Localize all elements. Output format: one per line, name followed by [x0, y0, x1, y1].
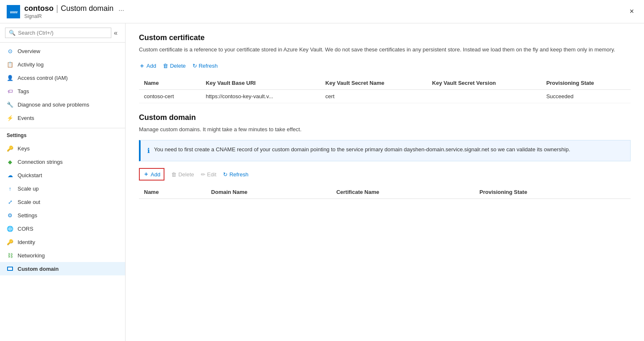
title-bar-left: www contoso | Custom domain ... SignalR [7, 4, 124, 19]
sidebar-item-label: Activity log [18, 61, 44, 68]
sidebar-item-activity-log[interactable]: 📋 Activity log [0, 58, 125, 71]
domain-refresh-button[interactable]: ↻ Refresh [223, 170, 249, 179]
cert-col-name: Name [139, 76, 201, 90]
domain-info-text: You need to first create a CNAME record … [154, 145, 570, 154]
sidebar-item-scale-out[interactable]: ⤢ Scale out [0, 195, 125, 209]
domain-toolbar: ＋ Add 🗑 Delete ✏ Edit ↻ Refresh [139, 168, 631, 181]
page-title: Custom domain [61, 4, 113, 13]
sidebar-item-label: Access control (IAM) [18, 75, 68, 81]
diagnose-icon: 🔧 [7, 101, 13, 108]
cert-add-button[interactable]: ＋ Add [139, 61, 156, 71]
domain-delete-button[interactable]: 🗑 Delete [171, 170, 194, 179]
quickstart-icon: ☁ [7, 172, 13, 178]
sidebar-item-quickstart[interactable]: ☁ Quickstart [0, 168, 125, 182]
sidebar-item-label: Settings [18, 212, 37, 219]
sidebar-item-label: Overview [18, 48, 40, 54]
sidebar-item-label: Connection strings [18, 159, 63, 165]
app-body: 🔍 « ⊙ Overview 📋 Activity log 👤 Access c… [0, 23, 644, 341]
sidebar-item-identity[interactable]: 🔑 Identity [0, 235, 125, 249]
domain-section-desc: Manage custom domains. It might take a f… [139, 125, 631, 134]
settings-section-header: Settings [0, 128, 125, 140]
cert-col-secret-name: Key Vault Secret Name [321, 76, 427, 90]
sidebar-item-label: Scale out [18, 199, 40, 205]
sidebar-nav: ⊙ Overview 📋 Activity log 👤 Access contr… [0, 43, 125, 126]
cert-row-uri: https://contoso-key-vault.v... [201, 89, 321, 103]
cert-toolbar: ＋ Add 🗑 Delete ↻ Refresh [139, 61, 631, 71]
domain-edit-label: Edit [207, 171, 216, 178]
activity-log-icon: 📋 [7, 61, 13, 68]
sidebar-item-label: Diagnose and solve problems [18, 102, 89, 108]
cert-refresh-button[interactable]: ↻ Refresh [192, 61, 218, 71]
delete-icon: 🗑 [163, 63, 168, 69]
cert-row-state: Succeeded [541, 89, 631, 103]
sidebar-item-tags[interactable]: 🏷 Tags [0, 84, 125, 98]
resource-name: contoso [24, 4, 54, 13]
domain-section: Custom domain Manage custom domains. It … [139, 113, 631, 199]
resource-icon: www [7, 5, 20, 18]
cert-delete-label: Delete [170, 63, 186, 69]
plus-icon: ＋ [143, 170, 149, 178]
domain-col-cert-name: Certificate Name [331, 186, 475, 199]
sidebar-item-label: CORS [18, 226, 33, 232]
sidebar-item-custom-domain[interactable]: Custom domain [0, 262, 125, 275]
sidebar-item-label: Events [18, 115, 34, 121]
edit-icon: ✏ [201, 171, 205, 178]
domain-refresh-label: Refresh [229, 171, 249, 178]
title-ellipsis: ... [118, 5, 124, 13]
domain-add-label: Add [151, 171, 160, 178]
search-input[interactable] [18, 30, 108, 36]
cert-row-name: contoso-cert [139, 89, 201, 103]
sidebar-item-cors[interactable]: 🌐 CORS [0, 222, 125, 235]
search-box[interactable]: 🔍 [5, 28, 111, 38]
title-separator: | [56, 4, 58, 13]
cert-row-secret-version [427, 89, 541, 103]
cert-section-title: Custom certificate [139, 33, 631, 42]
sidebar-item-diagnose[interactable]: 🔧 Diagnose and solve problems [0, 98, 125, 111]
close-button[interactable]: × [626, 5, 637, 18]
keys-icon: 🔑 [7, 145, 13, 152]
cert-section-desc: Custom certificate is a reference to you… [139, 46, 631, 54]
domain-edit-button[interactable]: ✏ Edit [201, 170, 216, 179]
sidebar-item-settings[interactable]: ⚙ Settings [0, 209, 125, 222]
sidebar-item-connection-strings[interactable]: ◆ Connection strings [0, 155, 125, 168]
sidebar-item-label: Custom domain [18, 266, 59, 272]
sidebar-item-scale-up[interactable]: ↑ Scale up [0, 182, 125, 195]
sidebar-item-label: Scale up [18, 186, 39, 192]
cert-col-uri: Key Vault Base URI [201, 76, 321, 90]
sidebar-item-events[interactable]: ⚡ Events [0, 111, 125, 125]
sidebar-item-networking[interactable]: ⛓ Networking [0, 249, 125, 262]
cert-table-body: contoso-cert https://contoso-key-vault.v… [139, 89, 631, 103]
search-icon: 🔍 [9, 30, 15, 36]
cert-delete-button[interactable]: 🗑 Delete [163, 61, 186, 71]
sidebar-item-overview[interactable]: ⊙ Overview [0, 44, 125, 58]
sidebar-item-label: Identity [18, 239, 35, 245]
networking-icon: ⛓ [7, 252, 13, 259]
delete-icon: 🗑 [171, 171, 177, 178]
scale-up-icon: ↑ [7, 185, 13, 192]
refresh-icon: ↻ [223, 171, 228, 178]
domain-col-name: Name [139, 186, 206, 199]
sidebar-item-label: Networking [18, 252, 45, 259]
scale-out-icon: ⤢ [7, 198, 13, 205]
title-bar: www contoso | Custom domain ... SignalR … [0, 0, 644, 23]
sub-title: SignalR [24, 13, 124, 19]
domain-table: Name Domain Name Certificate Name Provis… [139, 186, 631, 199]
sidebar-item-label: Quickstart [18, 172, 42, 178]
cert-section: Custom certificate Custom certificate is… [139, 33, 631, 103]
custom-domain-icon [7, 265, 13, 272]
domain-section-title: Custom domain [139, 113, 631, 122]
plus-icon: ＋ [139, 62, 145, 70]
events-icon: ⚡ [7, 115, 13, 121]
svg-rect-3 [8, 267, 12, 270]
connection-strings-icon: ◆ [7, 158, 13, 165]
collapse-sidebar-button[interactable]: « [111, 28, 120, 38]
table-row[interactable]: contoso-cert https://contoso-key-vault.v… [139, 89, 631, 103]
domain-add-button[interactable]: ＋ Add [139, 168, 164, 181]
cors-icon: 🌐 [7, 225, 13, 232]
sidebar-item-label: Tags [18, 88, 29, 94]
domain-info-box: ℹ You need to first create a CNAME recor… [139, 140, 631, 161]
sidebar-item-access-control[interactable]: 👤 Access control (IAM) [0, 71, 125, 84]
info-icon: ℹ [147, 146, 150, 156]
access-control-icon: 👤 [7, 74, 13, 81]
sidebar-item-keys[interactable]: 🔑 Keys [0, 142, 125, 155]
